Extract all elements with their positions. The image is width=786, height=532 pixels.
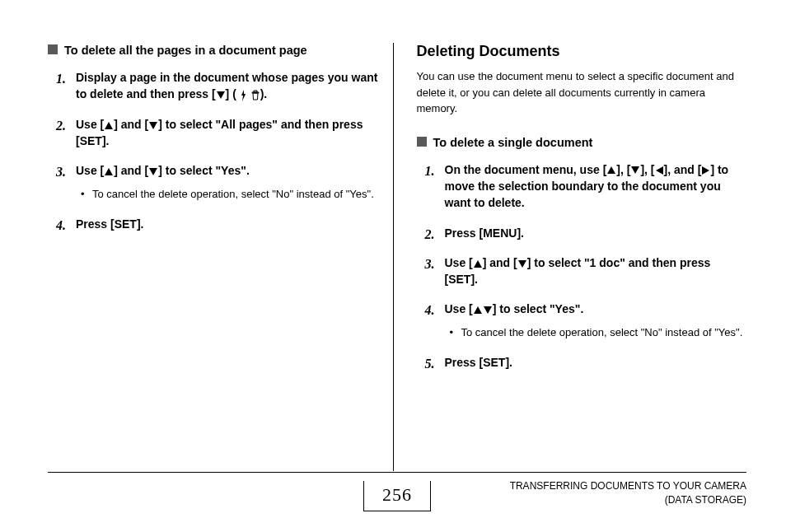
section-header-right: To delete a single document bbox=[417, 135, 747, 150]
page-footer: 256 TRANSFERRING DOCUMENTS TO YOUR CAMER… bbox=[48, 472, 746, 512]
triangle-down-icon bbox=[149, 168, 157, 175]
footer-line1: TRANSFERRING DOCUMENTS TO YOUR CAMERA bbox=[510, 479, 746, 493]
flash-trash-icon bbox=[240, 90, 260, 101]
square-bullet-icon bbox=[48, 44, 58, 54]
triangle-up-icon bbox=[105, 168, 113, 175]
step-item: Use [] and [] to select "Yes". To cancel… bbox=[56, 162, 378, 202]
step-item: Use [] and [] to select "1 doc" and then… bbox=[425, 254, 747, 288]
sub-list: To cancel the delete operation, select "… bbox=[81, 186, 378, 203]
step-item: Use [] to select "Yes". To cancel the de… bbox=[425, 301, 747, 340]
section-title-right: To delete a single document bbox=[433, 135, 593, 150]
triangle-right-icon bbox=[702, 166, 709, 175]
section-title-left: To delete all the pages in a document pa… bbox=[64, 43, 307, 58]
triangle-up-icon bbox=[474, 306, 482, 314]
triangle-down-icon bbox=[518, 260, 526, 268]
right-column: Deleting Documents You can use the docum… bbox=[394, 43, 747, 471]
sub-list: To cancel the delete operation, select "… bbox=[450, 324, 747, 341]
content-columns: To delete all the pages in a document pa… bbox=[48, 43, 746, 471]
triangle-up-icon bbox=[474, 260, 482, 268]
footer-line2: (DATA STORAGE) bbox=[510, 493, 746, 507]
step-item: On the document menu, use [], [], [], an… bbox=[425, 161, 747, 212]
triangle-up-icon bbox=[607, 166, 615, 174]
footer-right-text: TRANSFERRING DOCUMENTS TO YOUR CAMERA (D… bbox=[510, 479, 746, 507]
triangle-left-icon bbox=[656, 166, 663, 175]
sub-item: To cancel the delete operation, select "… bbox=[450, 324, 747, 341]
triangle-down-icon bbox=[149, 122, 157, 129]
triangle-down-icon bbox=[217, 91, 225, 99]
left-column: To delete all the pages in a document pa… bbox=[48, 43, 394, 471]
step-item: Use [] and [] to select "All pages" and … bbox=[56, 116, 378, 150]
step-item: Display a page in the document whose pag… bbox=[56, 69, 378, 103]
steps-list-right: On the document menu, use [], [], [], an… bbox=[425, 161, 747, 371]
footer-row: 256 TRANSFERRING DOCUMENTS TO YOUR CAMER… bbox=[48, 479, 746, 512]
step-item: Press [SET]. bbox=[425, 354, 747, 371]
triangle-down-icon bbox=[484, 306, 492, 314]
triangle-up-icon bbox=[105, 122, 113, 129]
steps-list-left: Display a page in the document whose pag… bbox=[56, 69, 378, 232]
sub-item: To cancel the delete operation, select "… bbox=[81, 186, 378, 203]
footer-rule bbox=[48, 472, 746, 473]
triangle-down-icon bbox=[631, 166, 639, 174]
square-bullet-icon bbox=[417, 137, 427, 147]
section-header-left: To delete all the pages in a document pa… bbox=[48, 43, 378, 58]
page-number: 256 bbox=[363, 481, 431, 511]
intro-paragraph: You can use the document menu to select … bbox=[417, 68, 747, 117]
step-item: Press [MENU]. bbox=[425, 225, 747, 241]
step-item: Press [SET]. bbox=[56, 216, 378, 232]
heading-right: Deleting Documents bbox=[417, 43, 747, 60]
